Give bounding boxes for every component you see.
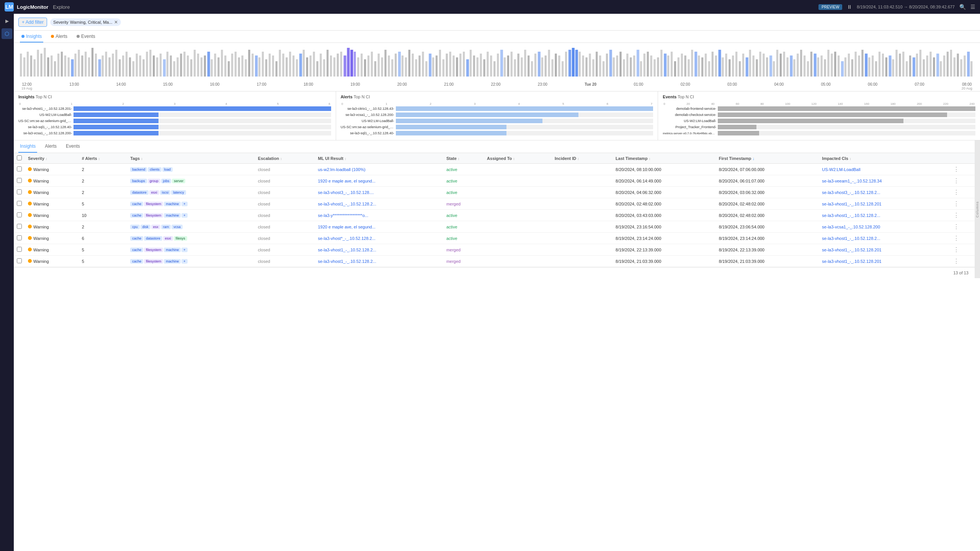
- svg-rect-176: [619, 52, 621, 77]
- col-alerts[interactable]: # Alerts ↕: [79, 153, 127, 164]
- col-assigned-to[interactable]: Assigned To ↕: [484, 153, 552, 164]
- svg-rect-208: [728, 59, 730, 77]
- svg-rect-218: [763, 54, 764, 77]
- svg-rect-155: [548, 50, 550, 77]
- svg-rect-20: [88, 57, 90, 77]
- row-checkbox[interactable]: [14, 164, 25, 175]
- filter-chip-close[interactable]: ✕: [114, 20, 118, 25]
- col-last-timestamp[interactable]: Last Timestamp ↕: [612, 153, 716, 164]
- row-more-actions[interactable]: ⋮: [950, 164, 975, 175]
- table-tab-alerts[interactable]: Alerts: [43, 140, 58, 153]
- row-more-actions[interactable]: ⋮: [950, 198, 975, 210]
- row-ml-result: se-la3-vhost3_-_.10.52.128....: [315, 187, 443, 198]
- col-impacted-cis[interactable]: Impacted CIs ↕: [819, 153, 950, 164]
- more-icon[interactable]: ⋮: [953, 246, 959, 253]
- svg-rect-71: [262, 52, 264, 77]
- svg-rect-137: [487, 52, 488, 77]
- row-checkbox[interactable]: [14, 210, 25, 221]
- row-checkbox[interactable]: [14, 187, 25, 198]
- more-icon[interactable]: ⋮: [953, 223, 959, 230]
- col-escalation[interactable]: Escalation ↕: [255, 153, 315, 164]
- more-icon[interactable]: ⋮: [953, 189, 959, 196]
- tag: datastore: [130, 190, 149, 195]
- escalation-value: closed: [258, 190, 270, 195]
- sidebar-nav-home[interactable]: ⬡: [2, 28, 12, 39]
- insights-bar-label-5: se-la3-vcsa1_-_.10.52.128.200-: [18, 131, 72, 135]
- alerts-scale: 01234567: [341, 102, 653, 106]
- row-alerts: 5: [79, 198, 127, 210]
- row-more-actions[interactable]: ⋮: [950, 175, 975, 187]
- row-checkbox[interactable]: [14, 175, 25, 187]
- col-ml-result[interactable]: ML UI Result ↕: [315, 153, 443, 164]
- svg-rect-67: [248, 50, 250, 77]
- tab-alerts[interactable]: Alerts: [49, 31, 69, 42]
- columns-sidebar[interactable]: Columns: [975, 140, 980, 278]
- svg-rect-22: [95, 54, 97, 77]
- row-more-actions[interactable]: ⋮: [950, 221, 975, 233]
- svg-rect-206: [722, 57, 724, 77]
- svg-rect-140: [497, 54, 499, 77]
- svg-rect-277: [964, 55, 965, 77]
- svg-rect-144: [511, 52, 513, 77]
- row-checkbox[interactable]: [14, 244, 25, 256]
- add-filter-button[interactable]: + Add filter: [18, 18, 47, 27]
- select-all-checkbox-header[interactable]: [14, 153, 25, 164]
- table-tab-insights[interactable]: Insights: [18, 140, 37, 153]
- row-more-actions[interactable]: ⋮: [950, 256, 975, 267]
- col-severity[interactable]: Severity ↕: [25, 153, 79, 164]
- more-icon[interactable]: ⋮: [953, 258, 959, 264]
- more-icon[interactable]: ⋮: [953, 235, 959, 241]
- time-range: 8/19/2024, 11:03:42.510 → 8/20/2024, 08:…: [857, 5, 955, 9]
- row-incident-id: [552, 175, 612, 187]
- row-checkbox[interactable]: [14, 256, 25, 267]
- tab-events[interactable]: Events: [75, 31, 97, 42]
- svg-rect-179: [630, 57, 632, 77]
- alerts-bar-1: se-la3-citrix1_-_.10.52.128.43-: [341, 106, 653, 111]
- svg-rect-79: [289, 52, 291, 77]
- svg-rect-255: [889, 55, 892, 77]
- svg-rect-75: [276, 61, 278, 77]
- row-state: merged: [443, 244, 484, 256]
- col-state[interactable]: State ↕: [443, 153, 484, 164]
- pause-icon[interactable]: ⏸: [847, 4, 852, 10]
- svg-rect-113: [405, 57, 407, 77]
- row-checkbox[interactable]: [14, 221, 25, 233]
- svg-rect-237: [827, 50, 829, 77]
- more-icon[interactable]: ⋮: [953, 212, 959, 218]
- severity-filter-chip[interactable]: Severity Warning, Critical, Ma... ✕: [50, 18, 121, 26]
- row-first-timestamp: 8/19/2024, 23:14:24.000: [716, 233, 819, 244]
- more-icon[interactable]: ⋮: [953, 201, 959, 207]
- tag: latency: [171, 190, 186, 195]
- row-ml-result: 1920 e maple ave, el segund...: [315, 221, 443, 233]
- svg-rect-195: [684, 55, 686, 77]
- severity-dot: [28, 225, 32, 228]
- row-assigned-to: [484, 256, 552, 267]
- row-ml-result: us-w2:lm-loadball (100%): [315, 164, 443, 175]
- row-alerts: 5: [79, 244, 127, 256]
- more-icon[interactable]: ⋮: [953, 166, 959, 173]
- col-tags[interactable]: Tags ↕: [127, 153, 255, 164]
- svg-rect-38: [149, 50, 151, 77]
- sidebar-toggle[interactable]: ▶: [4, 17, 10, 25]
- svg-rect-78: [286, 57, 287, 77]
- search-icon[interactable]: 🔍: [959, 4, 966, 10]
- row-impacted-cis: se-la3-vhost3_-_.10.52.128.2...: [819, 187, 950, 198]
- row-more-actions[interactable]: ⋮: [950, 210, 975, 221]
- col-incident-id[interactable]: Incident ID ↕: [552, 153, 612, 164]
- row-more-actions[interactable]: ⋮: [950, 187, 975, 198]
- svg-rect-59: [221, 50, 223, 77]
- row-checkbox[interactable]: [14, 233, 25, 244]
- table-row: Warning 6 cachedatastoreesxifilesys clos…: [14, 233, 975, 244]
- col-first-timestamp[interactable]: First Timestamp ↓: [716, 153, 819, 164]
- row-more-actions[interactable]: ⋮: [950, 244, 975, 256]
- svg-rect-243: [848, 54, 850, 77]
- row-checkbox[interactable]: [14, 198, 25, 210]
- more-icon[interactable]: ⋮: [953, 178, 959, 184]
- row-assigned-to: [484, 198, 552, 210]
- svg-rect-146: [517, 54, 519, 77]
- tab-insights[interactable]: Insights: [20, 31, 43, 42]
- table-tab-events[interactable]: Events: [64, 140, 82, 153]
- row-incident-id: [552, 164, 612, 175]
- row-more-actions[interactable]: ⋮: [950, 233, 975, 244]
- columns-icon[interactable]: ☰: [970, 4, 975, 10]
